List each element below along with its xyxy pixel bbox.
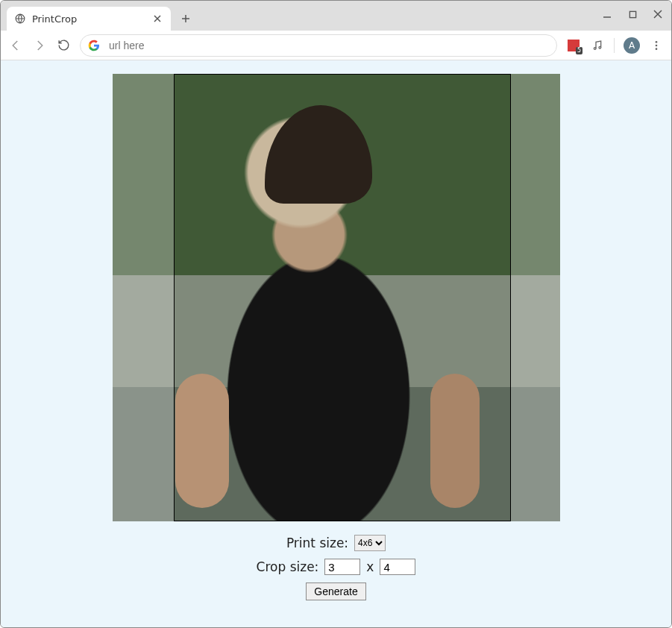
crop-mask-right (511, 74, 560, 521)
new-tab-button[interactable] (175, 8, 196, 29)
avatar-letter: A (629, 40, 635, 51)
crop-size-label: Crop size: (257, 559, 319, 574)
google-icon (88, 40, 100, 51)
reload-button[interactable] (56, 38, 71, 53)
globe-icon (14, 13, 26, 25)
app-page: Print size: 4x6 Crop size: x Generate (1, 60, 671, 627)
print-size-select[interactable]: 4x6 (354, 535, 386, 551)
crop-rectangle[interactable] (174, 74, 511, 521)
svg-rect-1 (629, 11, 635, 17)
music-extension-icon[interactable] (590, 38, 605, 53)
browser-menu-button[interactable] (649, 38, 664, 53)
tab-title: PrintCrop (32, 13, 145, 25)
profile-avatar[interactable]: A (624, 37, 640, 54)
window-maximize-icon[interactable] (625, 7, 640, 22)
window-minimize-icon[interactable] (600, 7, 615, 22)
address-bar[interactable] (80, 34, 557, 57)
crop-height-input[interactable] (380, 559, 415, 575)
window-close-icon[interactable] (650, 7, 665, 22)
generate-button[interactable]: Generate (306, 583, 365, 600)
tab-close-icon[interactable] (151, 13, 163, 25)
crop-sep: x (366, 559, 374, 574)
crop-width-input[interactable] (324, 559, 360, 575)
forward-button[interactable] (32, 38, 47, 53)
svg-point-3 (599, 46, 601, 48)
browser-toolbar: 5 A (1, 31, 671, 60)
svg-point-5 (656, 44, 658, 46)
svg-point-6 (656, 48, 658, 50)
svg-point-4 (656, 41, 658, 43)
crop-mask-left (113, 74, 174, 521)
controls: Print size: 4x6 Crop size: x Generate (257, 535, 416, 600)
photo-canvas[interactable] (113, 74, 560, 521)
extension-badge: 5 (576, 47, 582, 54)
separator (614, 38, 615, 53)
print-size-label: Print size: (286, 536, 348, 550)
url-input[interactable] (107, 39, 549, 52)
back-button[interactable] (8, 38, 23, 53)
window-controls (600, 7, 665, 22)
extension-button[interactable]: 5 (566, 38, 581, 53)
window-titlebar: PrintCrop (1, 1, 671, 31)
browser-tab[interactable]: PrintCrop (7, 7, 171, 31)
svg-point-2 (594, 47, 596, 49)
